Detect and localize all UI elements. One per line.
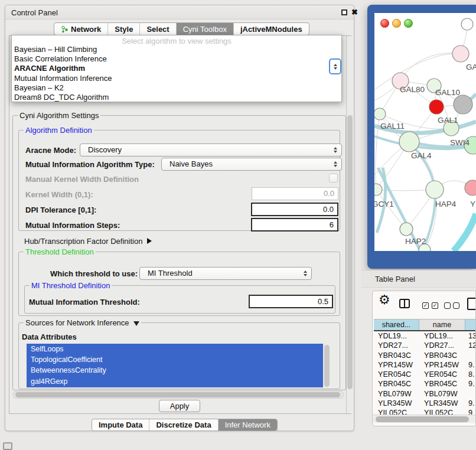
network-node[interactable] — [461, 18, 473, 30]
apply-button[interactable]: Apply — [159, 400, 200, 412]
table-row[interactable]: YBR043C YBR043C — [374, 351, 476, 360]
mi-algorithm-type-value: Naive Bayes — [169, 159, 213, 168]
column-header[interactable]: A — [465, 319, 476, 330]
control-panel-titlebar: Control Panel ✖ — [5, 5, 354, 19]
table-row[interactable]: YBR045C YBR045C 9. — [374, 379, 476, 389]
unchecked-checkbox-icon[interactable] — [444, 302, 451, 309]
aracne-mode-label: Aracne Mode: — [25, 146, 76, 155]
aracne-mode-value: Discovery — [88, 145, 122, 154]
tab-select[interactable]: Select — [139, 23, 175, 35]
stepper-icon — [304, 270, 307, 276]
mi-threshold-field[interactable]: 0.5 — [249, 295, 333, 308]
table-row[interactable]: YPR145W YPR145W 9. — [374, 360, 476, 370]
tab-impute-data[interactable]: Impute Data — [92, 419, 149, 431]
table-row[interactable]: YLR345W YLR345W 9. — [374, 399, 476, 408]
float-window-icon[interactable] — [341, 9, 347, 15]
horizontal-scrollbar-thumb[interactable] — [15, 392, 340, 397]
node-label: GAL4 — [411, 151, 432, 160]
checked-checkbox-icon[interactable]: ✓ — [422, 302, 429, 309]
network-node-selected[interactable] — [429, 100, 444, 114]
node-label: GAL80 — [400, 85, 425, 94]
network-node[interactable] — [400, 223, 413, 236]
node-label: Y — [470, 200, 475, 208]
algorithm-definition-title: Algorithm Definition — [24, 126, 94, 135]
manual-kernel-checkbox[interactable] — [329, 174, 338, 182]
column-header[interactable]: name — [419, 319, 465, 330]
dropdown-item[interactable]: Bayesian – K2 — [12, 83, 341, 93]
vertical-scrollbar-thumb[interactable] — [347, 115, 353, 389]
tab-network-label: Network — [71, 23, 101, 35]
close-traffic-light[interactable] — [380, 19, 389, 28]
network-node[interactable] — [374, 184, 382, 195]
list-scrollbar-thumb[interactable] — [324, 345, 330, 387]
network-node[interactable] — [452, 45, 469, 62]
unchecked-checkbox-icon[interactable] — [453, 302, 459, 309]
dropdown-item[interactable]: Dream8 DC_TDC Algorithm — [12, 93, 341, 102]
table-row[interactable]: YIL052C YIL052C 9 — [374, 408, 476, 415]
table-row[interactable]: YDL19... YDL19... 13 — [374, 331, 476, 341]
node-label: GAL11 — [380, 122, 405, 131]
settings-vertical-scrollbar[interactable] — [346, 36, 353, 413]
top-tabbar: Network Style Select Cyni Toolbox jActiv… — [54, 22, 309, 35]
column-header[interactable]: shared... — [374, 319, 419, 330]
dropdown-item[interactable]: Basic Correlation Inference — [12, 54, 341, 64]
table-row[interactable]: YBL079W YBL079W — [374, 389, 476, 399]
gear-icon[interactable]: ⚙ — [379, 292, 390, 308]
dropdown-placeholder: Select algorithm to view settings — [12, 35, 341, 45]
network-node[interactable] — [426, 181, 444, 198]
table-body: YDL19... YDL19... 13 YDR27... YDR27... 1… — [374, 331, 476, 415]
threshold-definition-title: Threshold Definition — [24, 247, 96, 256]
mi-steps-label: Mutual Information Steps: — [25, 221, 120, 230]
panel-title: Control Panel — [11, 8, 58, 17]
list-item[interactable]: BetweennessCentrality — [27, 365, 323, 376]
tab-style[interactable]: Style — [107, 23, 139, 35]
which-threshold-label: Which threshold to use: — [50, 269, 138, 278]
network-graph[interactable]: GAL80 GAL10 GAL11 GAL1 SWI4 GAL4 GCY1 HA… — [374, 13, 476, 251]
network-node[interactable] — [399, 132, 419, 152]
list-item[interactable]: gal4RGexp — [27, 376, 323, 387]
settings-horizontal-scrollbar[interactable] — [12, 391, 344, 399]
dropdown-item[interactable]: Mutual Information Inference — [12, 74, 341, 83]
dropdown-item[interactable]: Bayesian – Hill Climbing — [12, 45, 341, 54]
hub-definition-expander[interactable]: Hub/Transcription Factor Definition — [24, 237, 152, 246]
tab-infer-network[interactable]: Infer Network — [218, 419, 277, 431]
list-item[interactable]: SelfLoops — [27, 344, 323, 354]
close-icon[interactable]: ✖ — [351, 8, 358, 17]
data-attributes-list[interactable]: SelfLoops TopologicalCoefficient Between… — [27, 344, 323, 387]
network-icon — [61, 25, 69, 33]
tab-discretize-data[interactable]: Discretize Data — [149, 419, 217, 431]
network-edges-thick — [374, 94, 476, 251]
table-scrollbar-thumb[interactable] — [376, 416, 469, 422]
network-node-labels: GAL80 GAL10 GAL11 GAL1 SWI4 GAL4 GCY1 HA… — [374, 63, 476, 246]
network-view-window: GAL80 GAL10 GAL11 GAL1 SWI4 GAL4 GCY1 HA… — [367, 5, 476, 269]
tab-cyni-toolbox[interactable]: Cyni Toolbox — [176, 23, 233, 35]
columns-icon[interactable] — [399, 299, 410, 308]
tab-jactivemnodules[interactable]: jActiveMNodules — [233, 23, 309, 35]
zoom-traffic-light[interactable] — [404, 19, 413, 28]
which-threshold-combo[interactable]: MI Threshold — [139, 267, 312, 280]
table-row[interactable]: YER054C YER054C 8. — [374, 370, 476, 379]
minimize-traffic-light[interactable] — [392, 19, 401, 28]
table-horizontal-scrollbar[interactable] — [373, 415, 476, 423]
mi-steps-field[interactable]: 6 — [251, 218, 338, 231]
tab-network[interactable]: Network — [54, 23, 107, 35]
dropdown-item-selected[interactable]: ARACNE Algorithm — [12, 64, 341, 73]
expand-right-icon — [147, 238, 152, 244]
list-item[interactable]: TopologicalCoefficient — [27, 354, 323, 365]
node-label: GAL — [466, 63, 476, 71]
checked-checkbox-icon[interactable]: ✓ — [432, 302, 438, 309]
network-node[interactable] — [374, 108, 386, 120]
document-icon[interactable] — [467, 298, 476, 310]
network-canvas[interactable]: GAL80 GAL10 GAL11 GAL1 SWI4 GAL4 GCY1 HA… — [374, 13, 476, 251]
table-row[interactable]: YDR27... YDR27... 12 — [374, 341, 476, 350]
network-node[interactable] — [454, 95, 472, 114]
node-label: HAP2 — [405, 237, 426, 246]
mi-algorithm-type-combo[interactable]: Naive Bayes — [161, 158, 342, 171]
dpi-tolerance-field[interactable]: 0.0 — [251, 203, 338, 216]
aracne-mode-combo[interactable]: Discovery — [80, 144, 342, 156]
docked-panel-grip[interactable] — [3, 442, 12, 450]
sources-title[interactable]: Sources for Network Inference — [24, 318, 141, 327]
kernel-width-field[interactable]: 0.0 — [252, 187, 338, 200]
network-node[interactable] — [465, 180, 476, 195]
network-edge-highlight — [454, 214, 476, 251]
